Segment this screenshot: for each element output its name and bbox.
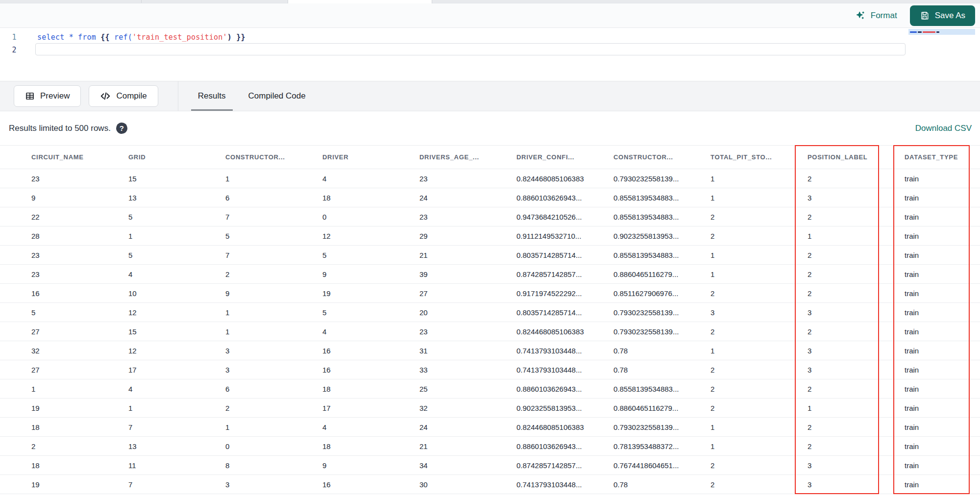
table-cell: 4 <box>322 327 419 336</box>
table-cell: 3 <box>808 194 905 202</box>
table-cell: train <box>905 347 980 355</box>
table-cell: 0.8860103626943... <box>516 385 613 393</box>
actions-bar: Preview Compile Results Compiled Code <box>0 81 980 111</box>
sql-token-function: ref <box>114 33 128 42</box>
column-header: CONSTRUCTOR... <box>225 153 322 161</box>
table-cell: 0.7413793103448... <box>516 347 613 355</box>
tab-compiled-code-label: Compiled Code <box>248 91 306 101</box>
table-cell: 1 <box>128 404 225 412</box>
save-as-button[interactable]: Save As <box>910 5 975 26</box>
table-cell: 27 <box>419 289 516 298</box>
active-file-tab[interactable] <box>288 0 432 3</box>
table-cell: 18 <box>322 385 419 393</box>
table-cell: 7 <box>225 251 322 259</box>
column-header: CIRCUIT_NAME <box>31 153 128 161</box>
table-cell: 24 <box>419 194 516 202</box>
sql-editor[interactable]: 1 select * from {{ ref('train_test_posit… <box>0 28 980 81</box>
compile-button[interactable]: Compile <box>89 85 158 107</box>
tab-results-label: Results <box>198 91 226 101</box>
column-header: DRIVERS_AGE_... <box>419 153 516 161</box>
table-cell: 2 <box>710 480 808 489</box>
table-cell: 2 <box>808 251 905 259</box>
table-cell: 0.8558139534883... <box>613 194 710 202</box>
compile-label: Compile <box>116 91 147 101</box>
table-cell: 1 <box>710 270 808 278</box>
line-number-2: 2 <box>0 46 28 54</box>
table-cell: 19 <box>31 480 128 489</box>
table-cell: 3 <box>808 461 905 470</box>
table-header-row: CIRCUIT_NAMEGRIDCONSTRUCTOR...DRIVERDRIV… <box>0 145 980 169</box>
table-cell: train <box>905 270 980 278</box>
table-cell: 20 <box>419 308 516 317</box>
table-cell: 0.8860465116279... <box>613 270 710 278</box>
table-row: 271514230.8244680851063830.7930232558139… <box>0 322 980 341</box>
table-cell: 0.824468085106383 <box>516 423 613 431</box>
table-cell: 2 <box>710 289 808 298</box>
table-cell: train <box>905 308 980 317</box>
table-cell: 4 <box>128 385 225 393</box>
sql-statement[interactable]: select * from {{ ref('train_test_positio… <box>28 33 245 42</box>
table-cell: 15 <box>128 175 225 183</box>
tab-compiled-code[interactable]: Compiled Code <box>245 81 309 111</box>
table-cell: 2 <box>808 213 905 221</box>
table-cell: 5 <box>128 213 225 221</box>
code-icon <box>100 91 111 101</box>
column-header: CONSTRUCTOR... <box>613 153 710 161</box>
table-cell: 2 <box>808 423 905 431</box>
table-grid-icon <box>25 91 35 101</box>
format-button[interactable]: Format <box>856 10 897 21</box>
sql-token-string: 'train_test_position' <box>132 33 227 42</box>
file-tab-strip[interactable] <box>0 0 980 3</box>
tab-separator <box>141 0 142 3</box>
table-cell: 1 <box>710 423 808 431</box>
table-cell: 1 <box>710 442 808 450</box>
table-cell: 0.824468085106383 <box>516 175 613 183</box>
line-number-1: 1 <box>0 33 28 42</box>
editor-minimap[interactable] <box>908 29 975 55</box>
table-cell: 7 <box>128 423 225 431</box>
table-cell: train <box>905 194 980 202</box>
sql-token-function: ( <box>128 33 132 42</box>
table-cell: 12 <box>128 308 225 317</box>
table-cell: 0.8035714285714... <box>516 308 613 317</box>
minimap-viewport[interactable] <box>908 29 975 35</box>
column-header: DRIVER_CONFI... <box>516 153 613 161</box>
table-cell: 3 <box>808 347 905 355</box>
table-cell: 2 <box>710 461 808 470</box>
table-cell: 10 <box>128 289 225 298</box>
table-cell: 5 <box>31 308 128 317</box>
table-cell: 2 <box>710 366 808 374</box>
sql-token-keyword: from <box>78 33 96 42</box>
table-cell: 13 <box>128 442 225 450</box>
table-cell: 0.9023255813953... <box>613 232 710 240</box>
table-cell: 23 <box>31 175 128 183</box>
table-cell: 0.7413793103448... <box>516 480 613 489</box>
table-cell: 1 <box>225 175 322 183</box>
table-row: 231514230.8244680851063830.7930232558139… <box>0 169 980 188</box>
table-cell: 0.8035714285714... <box>516 251 613 259</box>
table-cell: 19 <box>31 404 128 412</box>
help-icon[interactable]: ? <box>116 123 127 134</box>
table-cell: 0.8558139534883... <box>613 385 710 393</box>
table-cell: 9 <box>322 270 419 278</box>
code-line-1[interactable]: 1 select * from {{ ref('train_test_posit… <box>0 31 980 44</box>
table-row: 181189340.8742857142857...0.767441860465… <box>0 456 980 475</box>
table-cell: 32 <box>419 404 516 412</box>
download-csv-link[interactable]: Download CSV <box>915 124 972 133</box>
table-cell: 6 <box>225 385 322 393</box>
sql-token-brace: {{ <box>100 33 109 42</box>
table-cell: 0.7930232558139... <box>613 175 710 183</box>
table-cell: 18 <box>31 461 128 470</box>
table-cell: 17 <box>322 404 419 412</box>
sql-token-plain <box>110 33 114 42</box>
minimap-code-mark <box>936 31 939 33</box>
preview-button[interactable]: Preview <box>14 85 81 107</box>
table-cell: 29 <box>419 232 516 240</box>
table-cell: 23 <box>419 327 516 336</box>
table-cell: train <box>905 461 980 470</box>
sql-token-plain <box>232 33 236 42</box>
code-line-2[interactable]: 2 <box>0 44 980 56</box>
table-cell: 30 <box>419 480 516 489</box>
tab-results[interactable]: Results <box>195 81 229 111</box>
minimap-code-mark <box>910 31 917 33</box>
